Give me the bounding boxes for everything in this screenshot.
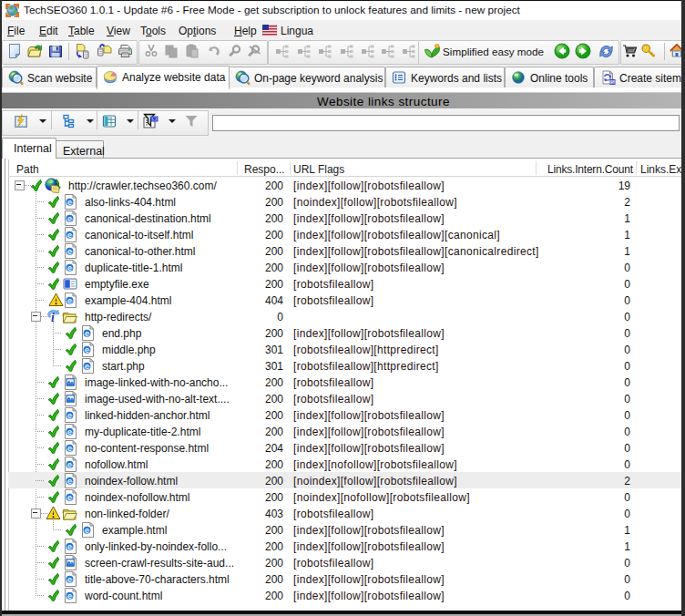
- svg-text:S: S: [611, 80, 614, 85]
